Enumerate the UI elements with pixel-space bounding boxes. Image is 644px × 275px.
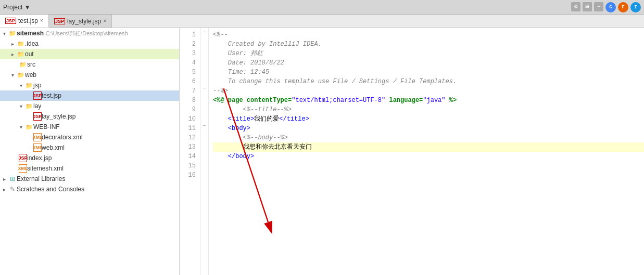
tree-label-test-jsp: test.jsp — [42, 92, 61, 99]
fold-10 — [200, 112, 208, 122]
tree-item-src[interactable]: 📁 src — [0, 59, 179, 70]
chrome-icon[interactable]: C — [605, 2, 616, 12]
tree-toggle-jsp-folder: ▾ — [17, 83, 25, 88]
tree-item-scratches[interactable]: ▸ ✎ Scratches and Consoles — [0, 184, 179, 194]
line-num-13: 13 — [180, 142, 200, 152]
tree-label-index-jsp: index.jsp — [27, 154, 52, 162]
file-icon-lay-style-jsp: JSP — [33, 112, 42, 121]
scratches-icon: ✎ — [8, 185, 17, 193]
tree-toggle-sitemesh: ▾ — [0, 31, 8, 36]
firefox-icon[interactable]: F — [618, 2, 628, 12]
line-num-16: 16 — [180, 171, 200, 180]
project-title[interactable]: Project ▼ — [3, 4, 31, 11]
line-num-5: 5 — [180, 68, 200, 77]
line-num-15: 15 — [180, 161, 200, 171]
code-line-7: --%> — [213, 86, 644, 96]
fold-gutter: − − − — [200, 28, 209, 275]
file-icon-test-jsp: JSP — [33, 91, 42, 100]
code-line-1: <%-- — [213, 30, 644, 40]
line-num-12: 12 — [180, 133, 200, 142]
line-num-6: 6 — [180, 77, 200, 86]
fold-12 — [200, 131, 208, 140]
minus-icon[interactable]: − — [594, 2, 603, 11]
fold-3 — [200, 47, 208, 56]
tree-item-decorators-xml[interactable]: XML decorators.xml — [0, 132, 179, 142]
fold-9 — [200, 103, 208, 112]
tree-label-lay-style-jsp: lay_style.jsp — [42, 113, 75, 120]
code-line-8: <%@ page contentType="text/html;charset=… — [213, 96, 644, 105]
tree-item-lay-style-jsp[interactable]: JSP lay_style.jsp — [0, 111, 179, 122]
code-line-14: </body> — [213, 152, 644, 161]
tab-lay-style-jsp[interactable]: JSP lay_style.jsp × — [49, 15, 112, 28]
line-num-14: 14 — [180, 152, 200, 161]
tree-label-ext-libs: External Libraries — [17, 175, 65, 182]
tree-label-out: out — [25, 50, 34, 58]
tree-item-test-jsp[interactable]: JSP test.jsp — [0, 90, 179, 101]
fold-2 — [200, 37, 208, 47]
folder-icon-src: 📁 — [19, 60, 27, 69]
code-line-13: 我想和你去北京看天安门 — [213, 142, 644, 152]
file-icon-index-jsp: JSP — [19, 154, 27, 162]
tab-lay-style-label: lay_style.jsp — [67, 18, 101, 25]
ie-icon[interactable]: I — [630, 2, 641, 12]
fold-1[interactable]: − — [200, 28, 208, 37]
tree-item-web-xml[interactable]: XML web.xml — [0, 142, 179, 153]
fold-6 — [200, 75, 208, 84]
folder-icon-jsp: 📁 — [25, 81, 33, 89]
line-numbers: 1 2 3 4 5 6 7 8 9 10 11 12 13 14 15 16 — [180, 28, 200, 275]
layout-icon[interactable]: ⊞ — [583, 2, 592, 11]
line-num-2: 2 — [180, 40, 200, 49]
tab-test-jsp-close[interactable]: × — [40, 18, 43, 23]
fold-16 — [200, 168, 208, 178]
code-line-3: User: 邦杠 — [213, 49, 644, 58]
tree-toggle-lay-folder: ▾ — [17, 103, 25, 109]
tab-test-jsp[interactable]: JSP test.jsp × — [0, 15, 49, 28]
file-icon-sitemesh-xml: XML — [19, 164, 27, 173]
code-line-10: <title>我们的爱</title> — [213, 114, 644, 124]
folder-icon-lay: 📁 — [25, 102, 33, 110]
tab-test-jsp-label: test.jsp — [18, 17, 38, 24]
code-area[interactable]: <%-- Created by IntelliJ IDEA. User: 邦杠 … — [209, 28, 644, 275]
ext-libs-icon: ⊞ — [8, 175, 17, 183]
settings-icon[interactable]: ⚙ — [571, 2, 580, 11]
code-line-4: Date: 2018/8/22 — [213, 58, 644, 68]
tree-item-web[interactable]: ▾ 📁 web — [0, 70, 179, 80]
line-num-8: 8 — [180, 96, 200, 105]
fold-4 — [200, 56, 208, 66]
tree-item-index-jsp[interactable]: JSP index.jsp — [0, 153, 179, 163]
tree-label-web-inf: WEB-INF — [33, 123, 60, 130]
fold-7[interactable]: − — [200, 84, 208, 94]
line-num-4: 4 — [180, 58, 200, 68]
file-icon-web-xml: XML — [33, 143, 42, 152]
main-area: ▾ 📁 sitemesh C:\Users\邦杠\Desktop\sitemes… — [0, 28, 644, 275]
fold-5 — [200, 66, 208, 75]
tree-item-sitemesh[interactable]: ▾ 📁 sitemesh C:\Users\邦杠\Desktop\sitemes… — [0, 28, 179, 38]
tree-toggle-web-inf: ▾ — [17, 124, 25, 130]
tree-item-lay-folder[interactable]: ▾ 📁 lay — [0, 101, 179, 111]
code-line-16 — [213, 171, 644, 180]
code-line-12: <%--body--%> — [213, 133, 644, 142]
tab-bar: JSP test.jsp × JSP lay_style.jsp × — [0, 15, 644, 28]
project-icon: 📁 — [8, 29, 17, 37]
line-num-10: 10 — [180, 114, 200, 124]
tree-item-jsp-folder[interactable]: ▾ 📁 jsp — [0, 80, 179, 90]
tree-label-lay-folder: lay — [33, 102, 41, 110]
tree-item-idea[interactable]: ▸ 📁 .idea — [0, 38, 179, 49]
tree-toggle-web: ▾ — [8, 72, 17, 78]
tree-item-ext-libs[interactable]: ▸ ⊞ External Libraries — [0, 174, 179, 184]
editor[interactable]: 1 2 3 4 5 6 7 8 9 10 11 12 13 14 15 16 − — [180, 28, 644, 275]
tree-item-out[interactable]: ▸ 📁 out — [0, 49, 179, 59]
tree-label-web-xml: web.xml — [42, 144, 65, 151]
tree-item-sitemesh-xml[interactable]: XML sitemesh.xml — [0, 163, 179, 174]
tree-toggle-idea: ▸ — [8, 41, 17, 47]
fold-11[interactable]: − — [200, 122, 208, 131]
editor-content: 1 2 3 4 5 6 7 8 9 10 11 12 13 14 15 16 − — [180, 28, 644, 275]
tree-toggle-scratches: ▸ — [0, 187, 8, 192]
tree-label-web: web — [25, 71, 36, 78]
tab-lay-style-close[interactable]: × — [103, 18, 106, 24]
fold-15 — [200, 159, 208, 168]
tree-item-web-inf[interactable]: ▾ 📁 WEB-INF — [0, 122, 179, 132]
tree-toggle-out: ▸ — [8, 51, 17, 57]
fold-8 — [200, 94, 208, 103]
top-bar-icons: ⚙ ⊞ − C F I — [571, 2, 641, 12]
